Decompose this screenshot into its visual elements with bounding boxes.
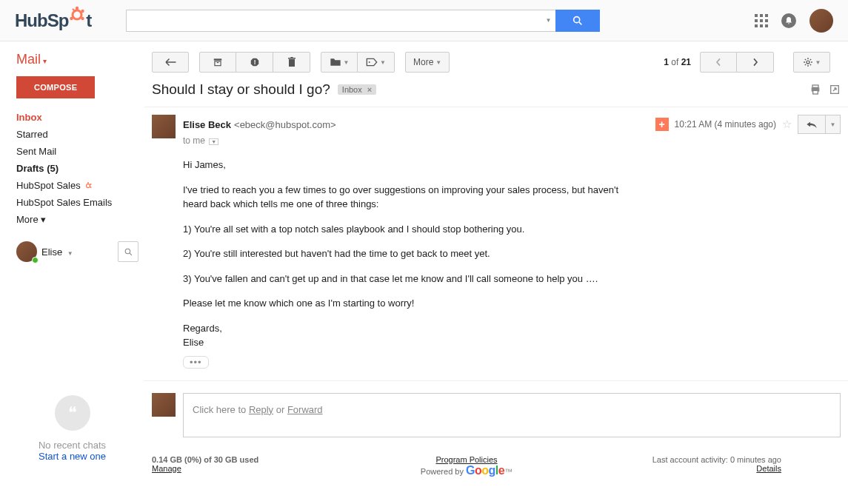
search-input[interactable] [126, 10, 539, 32]
app-header: HubSpt ▼ [0, 0, 848, 41]
folder-icon [330, 58, 341, 67]
chat-username[interactable]: Elise ▼ [41, 246, 113, 258]
mail-dropdown[interactable]: Mail [0, 52, 144, 76]
svg-line-13 [130, 253, 132, 255]
user-avatar[interactable] [809, 9, 833, 33]
tag-icon [366, 58, 378, 67]
new-window-button[interactable] [829, 84, 841, 95]
reply-button[interactable] [798, 115, 826, 134]
recipient-line: to me ▼ [183, 135, 841, 146]
hubspot-mini-icon [84, 181, 93, 190]
details-link[interactable]: Details [756, 464, 781, 473]
compose-button[interactable]: COMPOSE [16, 76, 95, 98]
remove-label-icon[interactable]: × [365, 85, 374, 94]
main-content: ! ▼ ▼ More▼ 1 of 21 ▼ [144, 41, 848, 488]
reply-link[interactable]: Reply [249, 404, 273, 415]
label-button[interactable]: ▼ [358, 52, 395, 73]
sprocket-icon [68, 6, 86, 24]
sender-avatar[interactable] [152, 115, 176, 138]
chat-search-button[interactable] [118, 241, 138, 262]
presence-indicator [32, 257, 39, 263]
svg-rect-19 [289, 59, 295, 67]
timestamp: 10:21 AM (4 minutes ago) [675, 119, 776, 130]
body-greeting: Hi James, [183, 158, 624, 172]
settings-button[interactable]: ▼ [793, 52, 830, 73]
svg-point-23 [806, 61, 809, 64]
email-body: Hi James, I've tried to reach you a few … [183, 146, 624, 356]
forward-link[interactable]: Forward [287, 404, 323, 415]
print-button[interactable] [809, 84, 821, 95]
spam-button[interactable]: ! [236, 52, 273, 73]
svg-point-11 [90, 187, 91, 188]
reply-area: Click here to Reply or Forward [144, 380, 848, 445]
svg-point-9 [87, 182, 89, 184]
svg-text:!: ! [253, 59, 256, 66]
activity-text: Last account activity: 0 minutes ago [572, 455, 781, 464]
logo-text: HubSp [15, 10, 68, 31]
back-button[interactable] [152, 52, 189, 73]
notifications-icon[interactable] [781, 13, 796, 28]
details-toggle[interactable]: ▼ [209, 138, 218, 145]
policies-link[interactable]: Program Policies [435, 455, 497, 464]
toolbar: ! ▼ ▼ More▼ 1 of 21 ▼ [144, 41, 848, 81]
search-icon [572, 15, 584, 27]
archive-icon [213, 57, 223, 67]
more-button[interactable]: More▼ [405, 52, 450, 73]
svg-point-4 [70, 16, 73, 19]
body-p2: 1) You're all set with a top notch sales… [183, 222, 624, 237]
svg-point-6 [574, 16, 580, 22]
show-trimmed-button[interactable]: ••• [183, 356, 209, 369]
svg-rect-15 [215, 61, 221, 66]
logo-text-t: t [86, 10, 91, 31]
delete-button[interactable] [273, 52, 310, 73]
footer: 0.14 GB (0%) of 30 GB used Manage Progra… [144, 445, 789, 488]
svg-point-1 [76, 6, 79, 9]
nav-inbox[interactable]: Inbox [0, 109, 144, 126]
chevron-left-icon [715, 58, 721, 67]
manage-link[interactable]: Manage [152, 464, 181, 473]
apps-icon[interactable] [755, 14, 768, 27]
hubspot-logo[interactable]: HubSpt [15, 10, 126, 31]
label-chip[interactable]: Inbox× [338, 84, 376, 95]
move-button[interactable]: ▼ [321, 52, 358, 73]
search-icon [124, 247, 133, 257]
svg-point-12 [125, 249, 130, 254]
nav-hubspot-emails[interactable]: HubSpot Sales Emails [0, 194, 144, 211]
chat-user-row: Elise ▼ [16, 241, 138, 262]
svg-rect-24 [812, 85, 818, 87]
sender-name[interactable]: Elise Beck [183, 119, 231, 130]
star-button[interactable]: ☆ [782, 118, 792, 131]
reply-more-button[interactable]: ▼ [826, 115, 841, 134]
storage-text: 0.14 GB (0%) of 30 GB used [152, 455, 361, 464]
svg-point-8 [86, 184, 90, 187]
svg-rect-21 [290, 57, 293, 58]
pagination-text: 1 of 21 [664, 57, 691, 67]
svg-point-22 [369, 61, 370, 63]
svg-rect-26 [813, 90, 818, 94]
body-p3: 2) You're still interested but haven't h… [183, 246, 624, 261]
next-button[interactable] [737, 52, 774, 73]
body-p1: I've tried to reach you a few times to g… [183, 183, 624, 212]
nav-drafts[interactable]: Drafts (5) [0, 160, 144, 177]
nav-sent[interactable]: Sent Mail [0, 143, 144, 160]
subject-row: Should I stay or should I go? Inbox× [144, 81, 848, 107]
powered-by: Powered by [421, 467, 466, 476]
nav-hubspot-sales[interactable]: HubSpot Sales [0, 177, 144, 194]
hangouts-empty-text: No recent chats [0, 440, 144, 451]
reply-box[interactable]: Click here to Reply or Forward [183, 393, 841, 437]
my-avatar [152, 393, 176, 417]
hubspot-badge-icon[interactable]: + [655, 118, 669, 131]
archive-button[interactable] [199, 52, 236, 73]
search-button[interactable] [555, 10, 600, 32]
svg-line-7 [579, 22, 581, 24]
search-options-dropdown[interactable]: ▼ [539, 10, 555, 32]
back-arrow-icon [164, 58, 177, 67]
subject-text: Should I stay or should I go? [152, 81, 330, 98]
nav-more[interactable]: More ▾ [0, 211, 144, 228]
hangouts-start-link[interactable]: Start a new one [0, 451, 144, 462]
google-logo: Google [466, 464, 504, 477]
svg-rect-20 [288, 58, 296, 59]
nav-starred[interactable]: Starred [0, 126, 144, 143]
hangouts-icon: ❝ [55, 395, 90, 431]
prev-button[interactable] [700, 52, 737, 73]
